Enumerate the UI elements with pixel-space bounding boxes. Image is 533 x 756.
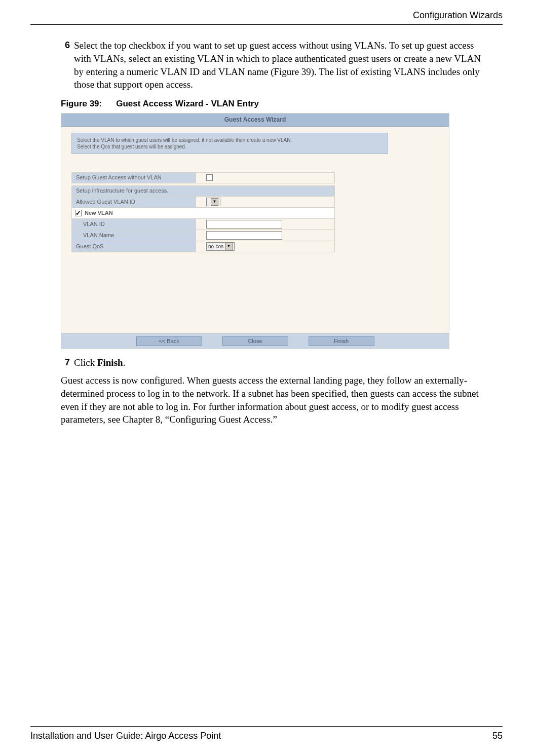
checkbox-setup-without-vlan[interactable] <box>206 174 213 181</box>
row-setup-without-vlan: Setup Guest Access without VLAN <box>71 172 335 183</box>
step-number: 7 <box>61 356 74 369</box>
step-7: 7 Click Finish. <box>61 356 492 369</box>
label-vlan-id: VLAN ID <box>72 219 196 230</box>
figure-number: Figure 39: <box>61 99 102 108</box>
label-vlan-name: VLAN Name <box>72 230 196 241</box>
step-text: Select the top checkbox if you want to s… <box>74 39 492 91</box>
running-header: Configuration Wizards <box>30 9 503 24</box>
step7-suffix: . <box>123 357 126 368</box>
body-paragraph: Guest access is now configured. When gue… <box>61 374 492 426</box>
step-text: Click Finish. <box>74 356 492 369</box>
row-vlan-id: VLAN ID <box>71 219 335 230</box>
back-button[interactable]: << Back <box>136 336 202 346</box>
row-guest-qos: Guest QoS no-cos ▼ <box>71 241 335 252</box>
select-allowed-guest-vlan-id[interactable]: ▼ <box>206 198 220 206</box>
row-allowed-guest-vlan-id: Allowed Guest VLAN ID ▼ <box>71 197 335 208</box>
chevron-down-icon: ▼ <box>225 243 233 250</box>
close-button[interactable]: Close <box>222 336 288 346</box>
chevron-down-icon: ▼ <box>211 198 218 206</box>
input-vlan-id[interactable] <box>206 220 282 229</box>
step7-prefix: Click <box>74 357 97 368</box>
page-footer: Installation and User Guide: Airgo Acces… <box>30 726 503 742</box>
instruction-line-1: Select the VLAN to which guest users wil… <box>77 137 383 143</box>
step-number: 6 <box>61 39 74 91</box>
figure-screenshot: Guest Access Wizard Select the VLAN to w… <box>61 113 449 349</box>
label-setup-without-vlan: Setup Guest Access without VLAN <box>72 173 196 183</box>
input-vlan-name[interactable] <box>206 231 282 240</box>
label-guest-qos: Guest QoS <box>72 241 196 252</box>
instruction-line-2: Select the Qos that guest users will be … <box>77 143 383 150</box>
checkbox-new-vlan[interactable] <box>75 210 82 216</box>
row-infrastructure-header: Setup infrastructure for guest access. <box>71 185 335 197</box>
select-guest-qos-value: no-cos <box>208 243 223 250</box>
instruction-box: Select the VLAN to which guest users wil… <box>71 133 388 154</box>
wizard-title-bar: Guest Access Wizard <box>61 114 449 127</box>
header-rule <box>30 24 503 25</box>
step7-bold: Finish <box>97 357 123 368</box>
step-6: 6 Select the top checkbox if you want to… <box>61 39 492 91</box>
page-number: 55 <box>492 730 503 742</box>
row-vlan-name: VLAN Name <box>71 230 335 241</box>
select-guest-qos[interactable]: no-cos ▼ <box>206 242 235 251</box>
footer-title: Installation and User Guide: Airgo Acces… <box>30 730 221 742</box>
label-allowed-guest-vlan-id: Allowed Guest VLAN ID <box>72 197 196 207</box>
row-new-vlan: New VLAN <box>71 208 335 219</box>
label-new-vlan: New VLAN <box>85 209 113 217</box>
figure-caption: Figure 39:Guest Access Wizard - VLAN Ent… <box>61 98 492 110</box>
figure-title: Guest Access Wizard - VLAN Entry <box>116 99 259 108</box>
finish-button[interactable]: Finish <box>309 336 374 346</box>
wizard-footer: << Back Close Finish <box>61 333 449 349</box>
